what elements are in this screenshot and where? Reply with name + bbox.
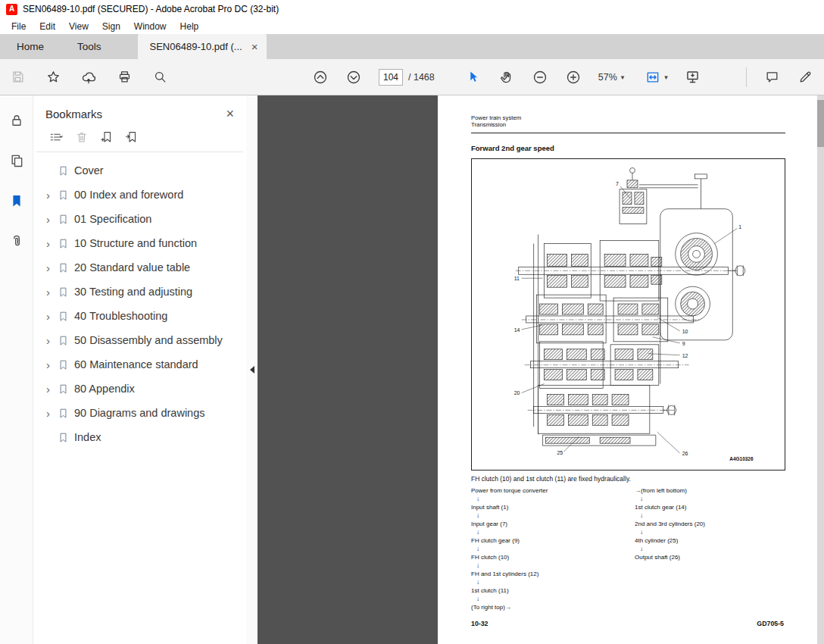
- down-arrow: ↓: [471, 578, 548, 586]
- zoom-level-dropdown[interactable]: 57% ▾: [598, 72, 625, 83]
- menu-file[interactable]: File: [5, 20, 33, 33]
- hand-tool-button[interactable]: [498, 67, 515, 87]
- page-number-input[interactable]: [379, 69, 403, 86]
- tab-document[interactable]: SEN06489-10.pdf (... ×: [138, 34, 267, 59]
- bookmark-label: 00 Index and foreword: [74, 189, 183, 201]
- bookmark-icon: [58, 262, 69, 274]
- new-bookmark-button[interactable]: [100, 130, 114, 144]
- main-area: Bookmarks × Cover›00 Index and foreword›…: [0, 95, 824, 644]
- chevron-right-icon[interactable]: ›: [44, 262, 52, 274]
- bookmark-item[interactable]: ›30 Testing and adjusting: [33, 280, 246, 304]
- document-area[interactable]: Power train system Transmission Forward …: [258, 95, 824, 644]
- menu-sign[interactable]: Sign: [95, 20, 127, 33]
- bookmark-icon: [58, 311, 69, 322]
- tab-home[interactable]: Home: [0, 34, 61, 59]
- bookmark-label: 60 Maintenance standard: [74, 358, 198, 370]
- power-flow-left-column: Power from torque converter↓Input shaft …: [471, 486, 548, 611]
- chevron-right-icon[interactable]: ›: [44, 214, 52, 225]
- bookmark-item[interactable]: Index: [33, 425, 246, 449]
- bookmark-item[interactable]: ›20 Standard value table: [33, 255, 246, 280]
- next-page-button[interactable]: [345, 67, 362, 87]
- select-tool-button[interactable]: [465, 67, 482, 87]
- chevron-right-icon[interactable]: ›: [44, 335, 52, 346]
- options-list-icon: [48, 130, 64, 144]
- page-display-button[interactable]: [685, 67, 701, 87]
- vertical-scrollbar[interactable]: [817, 95, 824, 644]
- flow-step: 1st clutch gear (14): [635, 503, 705, 511]
- callout-label: 10: [682, 329, 688, 334]
- bookmark-item[interactable]: ›80 Appendix: [33, 377, 246, 401]
- delete-bookmark-button[interactable]: [75, 130, 89, 144]
- security-panel-button[interactable]: [8, 111, 25, 130]
- callout-label: 11: [514, 276, 520, 281]
- figure-caption: FH clutch (10) and 1st clutch (11) are f…: [471, 475, 631, 483]
- hand-icon: [499, 70, 513, 84]
- bookmark-label: 80 Appendix: [74, 383, 135, 395]
- acrobat-logo-icon: A: [6, 4, 17, 15]
- bookmark-item[interactable]: ›00 Index and foreword: [33, 183, 246, 207]
- page-thumbnails-button[interactable]: [8, 151, 25, 170]
- menu-bar: FileEditViewSignWindowHelp: [0, 18, 824, 34]
- close-panel-icon[interactable]: ×: [226, 107, 234, 120]
- menu-help[interactable]: Help: [173, 20, 206, 33]
- bookmark-label: 90 Diagrams and drawings: [74, 407, 204, 419]
- bookmarks-panel-button[interactable]: [8, 191, 25, 211]
- down-arrow: ↓: [471, 528, 548, 536]
- title-bar: A SEN06489-10.pdf (SECURED) - Adobe Acro…: [0, 0, 824, 18]
- chevron-right-icon[interactable]: ›: [44, 311, 52, 322]
- zoom-tools-button[interactable]: [151, 67, 168, 87]
- bookmark-label: 20 Standard value table: [74, 261, 190, 274]
- favorites-button[interactable]: [45, 67, 61, 87]
- print-button[interactable]: [116, 67, 133, 87]
- pages-icon: [9, 153, 24, 168]
- attachments-panel-button[interactable]: [8, 231, 25, 251]
- pencil-icon: [798, 70, 813, 84]
- share-upload-button[interactable]: [80, 67, 97, 87]
- bookmark-item[interactable]: Cover: [33, 158, 246, 183]
- scrollbar-thumb[interactable]: [817, 100, 824, 147]
- header-line1: Power train system: [471, 114, 521, 121]
- bookmark-item[interactable]: ›10 Structure and function: [33, 231, 246, 255]
- magnifier-icon: [153, 70, 167, 84]
- bookmark-item[interactable]: ›50 Disassembly and assembly: [33, 328, 246, 352]
- expand-current-bookmark-button[interactable]: [125, 130, 139, 144]
- chevron-right-icon[interactable]: ›: [44, 408, 52, 419]
- zoom-out-button[interactable]: [532, 67, 548, 87]
- panel-collapse-handle[interactable]: [246, 95, 258, 644]
- tab-tools[interactable]: Tools: [61, 34, 118, 59]
- circle-down-arrow-icon: [346, 70, 361, 85]
- bookmark-item[interactable]: ›60 Maintenance standard: [33, 352, 246, 377]
- save-button[interactable]: [9, 67, 26, 87]
- fit-width-dropdown[interactable]: ▾: [645, 67, 668, 87]
- bookmark-label: Index: [74, 431, 101, 443]
- menu-view[interactable]: View: [62, 20, 95, 33]
- bookmark-icon: [58, 165, 69, 177]
- chevron-right-icon[interactable]: ›: [44, 359, 52, 370]
- select-arrow-icon: [466, 70, 480, 84]
- flow-step: Input gear (7): [471, 520, 548, 528]
- bookmark-label: 40 Troubleshooting: [74, 310, 167, 322]
- down-arrow: ↓: [471, 495, 548, 503]
- bookmark-item[interactable]: ›01 Specification: [33, 207, 246, 231]
- bookmarks-panel-title: Bookmarks: [45, 108, 102, 120]
- menu-window[interactable]: Window: [127, 20, 173, 33]
- chevron-right-icon[interactable]: ›: [44, 286, 52, 298]
- previous-page-button[interactable]: [312, 67, 329, 87]
- chevron-right-icon[interactable]: ›: [44, 189, 52, 201]
- bookmark-label: 01 Specification: [74, 213, 151, 225]
- zoom-in-button[interactable]: [565, 67, 582, 87]
- bookmark-item[interactable]: ›90 Diagrams and drawings: [33, 401, 246, 425]
- close-tab-icon[interactable]: ×: [251, 41, 258, 52]
- chevron-right-icon[interactable]: ›: [44, 383, 52, 395]
- bookmark-icon: [58, 189, 69, 201]
- comment-button[interactable]: [763, 67, 780, 87]
- document-tab-label: SEN06489-10.pdf (...: [150, 41, 242, 52]
- cloud-upload-icon: [81, 70, 96, 85]
- bookmark-list: Cover›00 Index and foreword›01 Specifica…: [33, 152, 246, 449]
- chevron-right-icon[interactable]: ›: [44, 238, 52, 249]
- bookmark-item[interactable]: ›40 Troubleshooting: [33, 304, 246, 328]
- bookmark-options-button[interactable]: [48, 130, 64, 144]
- down-arrow: ↓: [635, 495, 705, 503]
- highlight-button[interactable]: [797, 67, 813, 87]
- menu-edit[interactable]: Edit: [33, 20, 62, 33]
